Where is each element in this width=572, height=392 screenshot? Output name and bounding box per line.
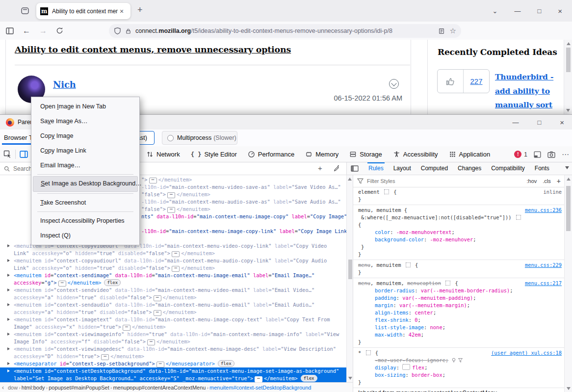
- markup-line[interactable]: <menuitem id="context-sendvideo" data-l1…: [0, 287, 346, 294]
- selector-target-icon[interactable]: [384, 189, 389, 194]
- pick-element-icon[interactable]: [3, 150, 12, 158]
- scrollbar-thumb[interactable]: [348, 260, 352, 279]
- collapsed-children-badge[interactable]: ⋯: [147, 340, 155, 345]
- context-menu-item[interactable]: Save Image As…: [33, 114, 138, 129]
- rules-scrollbar[interactable]: [564, 175, 572, 392]
- markup-line[interactable]: accesskey="g">⋯</menuitem>flex: [0, 279, 346, 287]
- markup-line[interactable]: accesskey="D" hidden="true">⋯</menuitem>: [0, 353, 346, 360]
- markup-line[interactable]: <menuitem id="context-imagetext" data-l1…: [0, 316, 346, 323]
- reload-button[interactable]: [56, 27, 63, 34]
- split-console-icon[interactable]: [534, 151, 541, 158]
- context-menu-item[interactable]: Copy Image Link: [33, 143, 138, 158]
- scrollbar-thumb[interactable]: [566, 186, 571, 231]
- devtools-tab-storage[interactable]: Storage: [349, 151, 382, 158]
- breadcrumb-item[interactable]: html:body: [22, 385, 45, 391]
- devtools-tab-performance[interactable]: Performance: [248, 151, 294, 158]
- breadcrumb-item[interactable]: menupopup#contentAreaContextMenu: [113, 385, 206, 391]
- thumbs-up-icon[interactable]: [438, 70, 464, 93]
- markup-line[interactable]: <menuitem id="context-viewimagedesc" dat…: [0, 345, 346, 353]
- kudos-button[interactable]: 227: [437, 69, 490, 93]
- reader-view-icon[interactable]: [438, 27, 445, 35]
- close-button[interactable]: ×: [558, 8, 562, 14]
- meatball-menu-icon[interactable]: ⋯: [562, 150, 569, 159]
- author-link[interactable]: Nich: [53, 79, 76, 90]
- pseudo-class-button[interactable]: :hov: [527, 178, 537, 184]
- devtools-tab-accessibility[interactable]: Accessibility: [393, 151, 438, 158]
- markup-line[interactable]: <menuseparator id="context-sep-setbackgr…: [0, 360, 346, 367]
- idea-link-line[interactable]: Thunderbird -: [495, 70, 569, 84]
- rule-line[interactable]: align-items: center;: [358, 309, 565, 316]
- flex-badge[interactable]: flex: [301, 375, 317, 382]
- radio-icon[interactable]: [167, 135, 174, 141]
- stylesheet-link[interactable]: menu.css:229: [525, 261, 562, 269]
- scroll-up-icon[interactable]: [348, 178, 352, 181]
- breadcrumb-item[interactable]: menuitem#context-setDesktopBackground: [209, 385, 311, 391]
- scrollbar-thumb[interactable]: [566, 48, 571, 72]
- rule-line[interactable]: }: [358, 379, 565, 386]
- expand-arrow-icon[interactable]: [7, 369, 10, 372]
- lock-icon[interactable]: [125, 27, 131, 35]
- url-bar[interactable]: connect.mozilla.org/t5/ideas/ability-to-…: [109, 24, 461, 38]
- rule-line[interactable]: menu.css:229menu, menuitem {: [358, 261, 565, 269]
- bookmark-star-icon[interactable]: ☆: [450, 26, 456, 35]
- idea-link-line[interactable]: add ability to: [495, 84, 569, 99]
- markup-line[interactable]: Image" accesskey="x" hidden="true">⋯</me…: [0, 323, 346, 331]
- selector-target-icon[interactable]: [516, 215, 521, 220]
- scroll-up-icon[interactable]: [567, 178, 571, 181]
- breadcrumb-item[interactable]: popupset#mainPopupSet: [49, 385, 109, 391]
- flex-badge[interactable]: flex: [218, 360, 234, 367]
- collapsed-children-badge[interactable]: ⋯: [154, 295, 161, 301]
- add-rule-button[interactable]: +: [557, 177, 561, 185]
- page-title[interactable]: Ability to edit context menus, remove un…: [15, 45, 291, 54]
- sidebar-icon[interactable]: [6, 27, 14, 34]
- markup-line[interactable]: accesskey="a" hidden="true" disabled="fa…: [0, 294, 346, 301]
- rule-line[interactable]: list-style-image: none;: [358, 324, 565, 331]
- rule-line[interactable]: background-color: -moz-menuhover;: [358, 236, 565, 243]
- page-scrollbar[interactable]: [564, 40, 572, 114]
- context-menu-item[interactable]: Inspect Accessibility Properties: [33, 213, 138, 228]
- rule-line[interactable]: }: [358, 251, 565, 258]
- rule-line[interactable]: }: [358, 243, 565, 251]
- stylesheet-link[interactable]: menu.css:236: [525, 207, 562, 214]
- expand-arrow-icon[interactable]: [7, 362, 10, 365]
- error-badge-icon[interactable]: !: [514, 151, 521, 158]
- markup-line[interactable]: <menuitem id="context-sendimage" data-l1…: [0, 272, 346, 279]
- back-button[interactable]: ←: [23, 26, 30, 35]
- rule-line[interactable]: {: [358, 221, 565, 229]
- collapsed-children-badge[interactable]: ⋯: [255, 376, 262, 382]
- selector-target-icon[interactable]: [406, 262, 411, 267]
- rule-line[interactable]: margin: var(--menuitem-margin);: [358, 302, 565, 309]
- markup-line[interactable]: <menuitem id="context-sendaudio" data-l1…: [0, 301, 346, 309]
- rule-line[interactable]: border-radius: var(--menuitem-border-rad…: [358, 287, 565, 294]
- rule-line[interactable]: &:where([_moz-menuactive]:not([disabled=…: [358, 214, 565, 221]
- minimize-button[interactable]: —: [512, 119, 519, 126]
- rule-line[interactable]: max-width: 42em;: [358, 331, 565, 339]
- more-tabs-chevron-icon[interactable]: [565, 166, 569, 169]
- breadcrumb-scroll-right-icon[interactable]: ›: [129, 384, 131, 391]
- scroll-down-icon[interactable]: [348, 377, 352, 380]
- rule-line[interactable]: padding: var(--menuitem-padding);: [358, 294, 565, 302]
- rule-line[interactable]: }: [358, 339, 565, 346]
- sidebar-tab-changes[interactable]: Changes: [458, 162, 481, 175]
- breadcrumb-item[interactable]: dow: [8, 385, 18, 391]
- devtools-tab-network[interactable]: Network: [146, 151, 180, 158]
- expand-arrow-icon[interactable]: [7, 318, 10, 321]
- flex-toggle-icon[interactable]: [402, 364, 410, 370]
- markup-line[interactable]: Link" accesskey="o" hidden="true" disabl…: [0, 250, 346, 257]
- context-menu-item[interactable]: Take Screenshot: [33, 195, 138, 210]
- idea-link-line[interactable]: manually sort: [495, 98, 569, 112]
- devtools-tab-style-editor[interactable]: { }Style Editor: [191, 151, 237, 158]
- rule-line[interactable]: display: flex;: [358, 364, 565, 371]
- rule-line[interactable]: }: [358, 196, 565, 203]
- firefox-view-icon[interactable]: [21, 6, 29, 15]
- expand-arrow-icon[interactable]: [7, 303, 10, 306]
- post-options-icon[interactable]: [389, 79, 399, 89]
- sidebar-tab-compatibility[interactable]: Compatibility: [491, 162, 525, 175]
- collapsed-children-badge[interactable]: ⋯: [123, 325, 130, 331]
- rule-line[interactable]: menu.css:217menu, menuitem, menucaption …: [358, 280, 565, 287]
- eyedropper-icon[interactable]: [334, 165, 340, 172]
- flex-badge[interactable]: flex: [104, 279, 121, 286]
- collapsed-children-badge[interactable]: ⋯: [172, 251, 180, 257]
- browser-tab[interactable]: m Ability to edit context menus, re ×: [36, 3, 130, 19]
- sidebar-tab-layout[interactable]: Layout: [393, 162, 411, 175]
